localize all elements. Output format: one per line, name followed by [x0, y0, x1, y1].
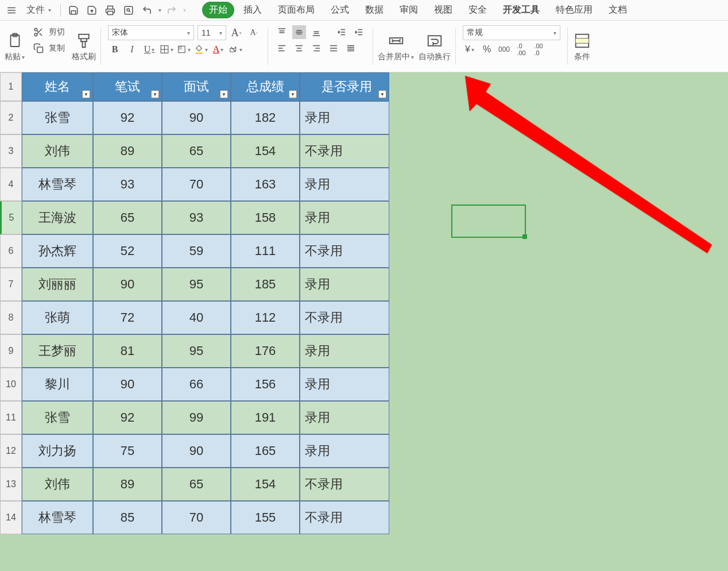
- cell[interactable]: 黎川: [22, 368, 93, 401]
- align-right-icon[interactable]: [309, 41, 323, 55]
- font-grow-icon[interactable]: A+: [230, 26, 243, 40]
- cell[interactable]: 182: [231, 101, 300, 134]
- cell[interactable]: 66: [162, 368, 231, 401]
- row-header[interactable]: 5: [0, 201, 22, 234]
- column-header[interactable]: 是否录用▼: [300, 72, 389, 101]
- decrease-indent-icon[interactable]: [335, 25, 348, 39]
- tab-special[interactable]: 特色应用: [549, 1, 599, 20]
- paste-label[interactable]: 粘贴▾: [5, 52, 25, 62]
- cell[interactable]: 刘伟: [22, 134, 93, 168]
- row-header[interactable]: 13: [0, 468, 22, 501]
- cell[interactable]: 孙杰辉: [22, 234, 93, 268]
- cell[interactable]: 89: [93, 134, 162, 168]
- cell[interactable]: 林雪琴: [22, 168, 93, 201]
- column-header[interactable]: 总成绩▼: [231, 72, 300, 101]
- italic-icon[interactable]: I: [125, 43, 139, 56]
- hamburger-icon[interactable]: [3, 2, 20, 18]
- print-icon[interactable]: [102, 2, 118, 18]
- cell[interactable]: 90: [93, 268, 162, 301]
- distribute-icon[interactable]: [344, 41, 358, 55]
- cell[interactable]: 111: [231, 234, 300, 268]
- save-as-icon[interactable]: [84, 2, 100, 18]
- cell[interactable]: 录用: [300, 401, 389, 434]
- cell[interactable]: 85: [93, 501, 162, 534]
- cell[interactable]: 90: [93, 368, 162, 401]
- cell[interactable]: 70: [162, 501, 231, 534]
- merge-icon[interactable]: [386, 31, 406, 51]
- conditional-format-icon[interactable]: [572, 31, 592, 51]
- wrap-text-icon[interactable]: [425, 31, 444, 51]
- column-header[interactable]: 笔试▼: [93, 72, 162, 101]
- row-header[interactable]: 7: [0, 268, 22, 301]
- align-middle-icon[interactable]: [292, 25, 306, 39]
- cell[interactable]: 刘丽丽: [22, 268, 93, 301]
- cell[interactable]: 158: [231, 201, 300, 234]
- clear-format-icon[interactable]: ▾: [229, 43, 242, 56]
- align-left-icon[interactable]: [275, 41, 289, 55]
- cell-style-icon[interactable]: ▾: [177, 43, 191, 56]
- cell[interactable]: 52: [93, 234, 162, 268]
- row-header[interactable]: 14: [0, 501, 22, 534]
- cell[interactable]: 张雪: [22, 101, 93, 134]
- cell[interactable]: 录用: [300, 201, 389, 234]
- conditional-label[interactable]: 条件: [574, 52, 590, 62]
- cell[interactable]: 89: [93, 468, 162, 501]
- cell[interactable]: 录用: [300, 168, 389, 201]
- cell[interactable]: 154: [231, 468, 300, 501]
- cell[interactable]: 75: [93, 434, 162, 468]
- comma-icon[interactable]: 000: [497, 43, 511, 56]
- tab-data[interactable]: 数据: [358, 1, 390, 20]
- cell[interactable]: 65: [162, 468, 231, 501]
- cell[interactable]: 不录用: [300, 501, 389, 534]
- tab-review[interactable]: 审阅: [393, 1, 425, 20]
- underline-icon[interactable]: U▾: [142, 43, 156, 56]
- cell[interactable]: 95: [162, 268, 231, 301]
- currency-icon[interactable]: ¥▾: [463, 43, 477, 56]
- tab-view[interactable]: 视图: [427, 1, 459, 20]
- paste-icon[interactable]: [5, 31, 25, 51]
- align-bottom-icon[interactable]: [309, 25, 323, 39]
- increase-indent-icon[interactable]: [352, 25, 366, 39]
- filter-icon[interactable]: ▼: [378, 90, 386, 98]
- font-shrink-icon[interactable]: A-: [247, 26, 261, 40]
- tab-start[interactable]: 开始: [202, 2, 234, 18]
- cell[interactable]: 录用: [300, 101, 389, 134]
- cell[interactable]: 155: [231, 501, 300, 534]
- row-header[interactable]: 6: [0, 234, 22, 268]
- tab-dev-tools[interactable]: 开发工具: [496, 1, 547, 20]
- filter-icon[interactable]: ▼: [151, 90, 159, 98]
- font-color-icon[interactable]: A▾: [211, 43, 225, 56]
- tab-security[interactable]: 安全: [462, 1, 494, 20]
- cell[interactable]: 40: [162, 301, 231, 334]
- percent-icon[interactable]: %: [480, 43, 494, 56]
- cell[interactable]: 录用: [300, 268, 389, 301]
- cell[interactable]: 92: [93, 401, 162, 434]
- row-header[interactable]: 2: [0, 101, 22, 134]
- cell[interactable]: 81: [93, 334, 162, 368]
- cell[interactable]: 59: [162, 234, 231, 268]
- cell[interactable]: 72: [93, 301, 162, 334]
- fill-color-icon[interactable]: ▾: [194, 43, 208, 56]
- tab-insert[interactable]: 插入: [237, 1, 269, 20]
- cell[interactable]: 录用: [300, 334, 389, 368]
- align-center-icon[interactable]: [292, 41, 306, 55]
- border-icon[interactable]: ▾: [160, 43, 173, 56]
- row-header[interactable]: 10: [0, 368, 22, 401]
- cell[interactable]: 张萌: [22, 301, 93, 334]
- cell[interactable]: 录用: [300, 368, 389, 401]
- cell[interactable]: 65: [93, 201, 162, 234]
- undo-dropdown[interactable]: ▾: [158, 7, 161, 13]
- increase-decimal-icon[interactable]: .0.00: [514, 43, 528, 56]
- format-painter-icon[interactable]: [74, 31, 94, 51]
- row-header[interactable]: 12: [0, 434, 22, 468]
- cell[interactable]: 154: [231, 134, 300, 168]
- font-size-select[interactable]: 11▾: [198, 25, 226, 40]
- cell[interactable]: 93: [162, 201, 231, 234]
- redo-icon[interactable]: [164, 2, 180, 18]
- row-header[interactable]: 4: [0, 168, 22, 201]
- row-header[interactable]: 8: [0, 301, 22, 334]
- tab-page-layout[interactable]: 页面布局: [271, 1, 322, 20]
- tab-docs[interactable]: 文档: [602, 1, 634, 20]
- cell[interactable]: 70: [162, 168, 231, 201]
- cell[interactable]: 张雪: [22, 401, 93, 434]
